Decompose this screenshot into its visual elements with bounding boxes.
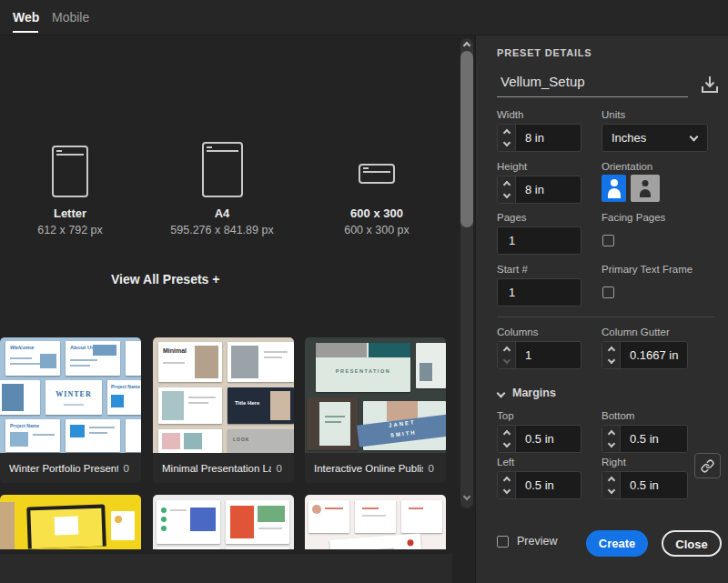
template-count: 0: [118, 463, 141, 474]
preset-dimensions: 595.276 x 841.89 px: [163, 224, 281, 236]
landscape-document-icon: [359, 164, 395, 184]
close-button[interactable]: Close: [662, 530, 722, 557]
save-preset-button[interactable]: [697, 71, 723, 98]
template-card-winter[interactable]: Welcome About Us WINTER: [0, 337, 141, 483]
preset-name: A4: [163, 206, 281, 220]
margin-left-input[interactable]: [516, 472, 581, 498]
thumb-text: Welcome: [10, 345, 34, 350]
template-meta: Minimal Presentation La... 0: [153, 453, 294, 483]
template-card-minimal[interactable]: Minimal Title Here: [153, 337, 294, 483]
width-label: Width: [497, 109, 523, 120]
thumb-text: About Us: [70, 345, 95, 350]
width-stepper[interactable]: [498, 125, 516, 151]
column-gutter-input[interactable]: [621, 342, 687, 368]
preview-label: Preview: [517, 535, 557, 548]
template-card-realestate[interactable]: [153, 495, 294, 549]
facing-pages-label: Facing Pages: [602, 212, 665, 223]
start-number-field: [497, 278, 581, 307]
primary-text-frame-label: Primary Text Frame: [602, 264, 693, 275]
margin-left-field: [497, 471, 581, 499]
margin-right-input[interactable]: [621, 472, 687, 498]
template-count: 0: [271, 463, 294, 474]
template-preview: Minimal Title Here: [153, 337, 294, 453]
margin-left-label: Left: [497, 457, 514, 467]
tab-bar: Web Mobile: [0, 0, 728, 35]
thumb-text: PRESENTATION: [316, 368, 410, 374]
columns-input[interactable]: [516, 342, 581, 368]
column-gutter-field: [602, 341, 688, 369]
tab-mobile[interactable]: Mobile: [52, 10, 89, 25]
presets-and-templates-area: Letter 612 x 792 px A4 595.276 x 841.89 …: [0, 35, 475, 583]
pages-input[interactable]: [498, 227, 581, 254]
template-meta: Winter Portfolio Present... 0: [0, 453, 141, 483]
active-tab-underline: [13, 31, 38, 33]
width-input[interactable]: [516, 125, 581, 151]
template-title: Winter Portfolio Present...: [0, 463, 118, 474]
thumb-text: Project Name: [10, 423, 39, 428]
tab-web[interactable]: Web: [13, 10, 39, 25]
units-value: Inches: [602, 131, 691, 145]
height-input[interactable]: [516, 176, 581, 203]
template-card-pink[interactable]: [305, 495, 446, 549]
margin-top-input[interactable]: [516, 426, 581, 452]
preset-name: 600 x 300: [318, 206, 436, 220]
column-gutter-stepper[interactable]: [602, 342, 621, 368]
margins-section-label[interactable]: Margins: [512, 387, 556, 399]
template-meta: Interactive Online Publis... 0: [305, 453, 446, 483]
chevron-down-icon: [690, 132, 699, 141]
preset-dimensions: 600 x 300 px: [318, 224, 436, 236]
preview-checkbox[interactable]: [497, 536, 509, 548]
columns-stepper[interactable]: [498, 342, 516, 368]
margin-right-field: [602, 471, 688, 499]
column-gutter-label: Column Gutter: [602, 327, 670, 337]
view-all-presets-link[interactable]: View All Presets +: [111, 272, 219, 286]
chain-link-icon: [701, 459, 714, 473]
start-number-input[interactable]: [498, 279, 581, 306]
template-preview: PRESENTATION JANET SMITH: [305, 337, 446, 453]
facing-pages-checkbox[interactable]: [602, 235, 614, 246]
margin-bottom-label: Bottom: [602, 410, 634, 421]
create-button[interactable]: Create: [586, 530, 648, 557]
margin-bottom-input[interactable]: [621, 426, 687, 452]
template-card-yellow[interactable]: [0, 495, 141, 549]
orientation-label: Orientation: [602, 161, 652, 172]
template-card-interactive[interactable]: PRESENTATION JANET SMITH Inte: [305, 337, 446, 483]
template-preview: Welcome About Us WINTER: [0, 337, 141, 453]
orientation-landscape-icon[interactable]: [631, 175, 660, 202]
link-margins-button[interactable]: [694, 453, 721, 478]
template-title: Interactive Online Publis...: [305, 463, 423, 474]
template-title: Minimal Presentation La...: [153, 463, 271, 474]
margin-top-stepper[interactable]: [498, 426, 516, 452]
primary-text-frame-checkbox[interactable]: [602, 286, 614, 298]
preset-600x300[interactable]: 600 x 300 600 x 300 px: [318, 126, 436, 236]
units-dropdown[interactable]: Inches: [602, 124, 708, 152]
portrait-document-icon: [52, 146, 88, 197]
adobe-stock-bar: Go: [0, 554, 452, 583]
scrollbar-thumb[interactable]: [460, 51, 473, 227]
height-stepper[interactable]: [498, 176, 516, 203]
portrait-document-icon: [202, 142, 243, 197]
margins-collapse-icon[interactable]: [497, 389, 506, 398]
preset-a4[interactable]: A4 595.276 x 841.89 px: [163, 126, 281, 236]
panel-title: PRESET DETAILS: [497, 47, 592, 58]
margin-top-field: [497, 425, 581, 453]
height-field: [497, 176, 581, 204]
preset-dimensions: 612 x 792 px: [11, 224, 129, 236]
margin-right-label: Right: [602, 457, 626, 467]
height-label: Height: [497, 161, 527, 172]
margin-right-stepper[interactable]: [602, 472, 621, 498]
margin-top-label: Top: [497, 410, 514, 421]
thumb-text: Project Name: [111, 384, 140, 389]
pages-field: [497, 226, 581, 255]
new-document-dialog: Web Mobile Letter 612 x 792 px A4 595.27…: [0, 0, 728, 583]
orientation-portrait-icon[interactable]: [602, 175, 626, 202]
width-field: [497, 124, 581, 152]
preset-details-panel: PRESET DETAILS Width Units Inches Height…: [475, 35, 728, 583]
pages-label: Pages: [497, 212, 527, 223]
columns-field: [497, 341, 581, 369]
thumb-text: Minimal: [163, 347, 187, 354]
margin-bottom-stepper[interactable]: [602, 426, 621, 452]
preset-letter[interactable]: Letter 612 x 792 px: [11, 126, 129, 236]
margin-left-stepper[interactable]: [498, 472, 516, 498]
document-name-input[interactable]: [497, 72, 688, 97]
